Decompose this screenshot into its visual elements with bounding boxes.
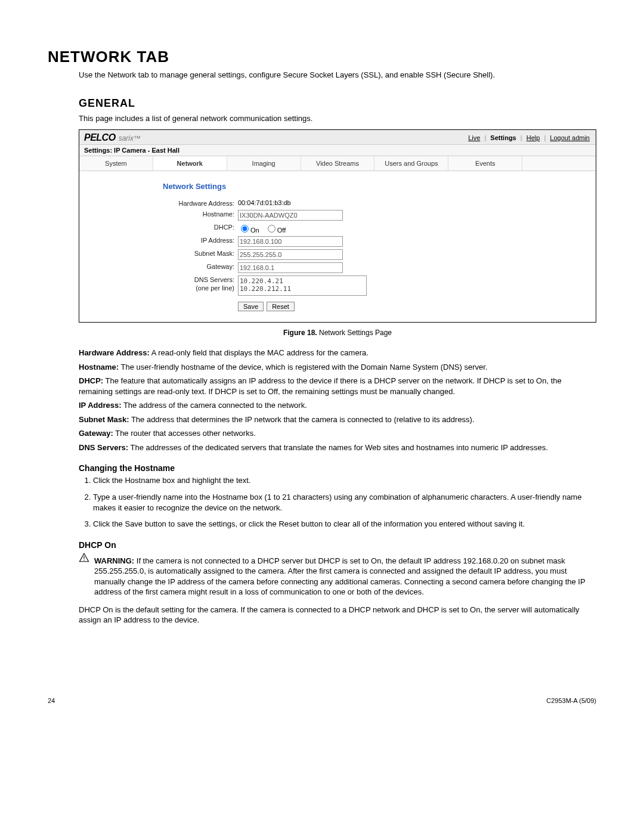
footer-doc-id: C2953M-A (5/09) <box>546 697 596 704</box>
list-item: Type a user-friendly name into the Hostn… <box>93 492 596 513</box>
warning-icon <box>79 552 89 565</box>
label-ip: IP Address: <box>163 236 238 244</box>
top-nav: Live | Settings | Help | Logout admin <box>467 134 591 141</box>
save-button[interactable]: Save <box>238 302 264 311</box>
warning-block: WARNING: If the camera is not connected … <box>79 552 596 601</box>
link-live[interactable]: Live <box>468 134 480 141</box>
figure-caption: Figure 18. Network Settings Page <box>79 329 596 337</box>
list-item: Click the Save button to save the settin… <box>93 519 596 529</box>
radio-dhcp-off[interactable] <box>268 225 275 233</box>
dhcp-on-heading: DHCP On <box>79 540 596 550</box>
tab-events[interactable]: Events <box>448 156 522 171</box>
screenshot-network-settings: PELCO sarix™ Live | Settings | Help | Lo… <box>79 129 596 323</box>
def-subnet: Subnet Mask: The address that determines… <box>79 414 596 425</box>
warning-text: WARNING: If the camera is not connected … <box>94 556 596 597</box>
def-dns: DNS Servers: The addresses of the dedica… <box>79 442 596 453</box>
radio-dhcp-on[interactable] <box>241 225 249 233</box>
label-hw-address: Hardware Address: <box>163 199 238 208</box>
page-footer: 24 C2953M-A (5/09) <box>48 697 596 704</box>
link-logout[interactable]: Logout admin <box>550 134 590 141</box>
tab-empty <box>522 156 596 171</box>
page-title: NETWORK TAB <box>48 48 596 66</box>
input-subnet[interactable] <box>238 249 343 260</box>
label-dhcp: DHCP: <box>163 223 238 231</box>
svg-point-1 <box>83 559 85 561</box>
list-item: Click the Hostname box and highlight the… <box>93 475 596 486</box>
input-gateway[interactable] <box>238 262 343 273</box>
hostname-steps: Click the Hostname box and highlight the… <box>89 475 596 529</box>
label-subnet: Subnet Mask: <box>163 249 238 258</box>
hostname-heading: Changing the Hostname <box>79 463 596 473</box>
tab-users-groups[interactable]: Users and Groups <box>374 156 448 171</box>
general-intro: This page includes a list of general net… <box>79 113 596 124</box>
brand-logo: PELCO <box>84 132 116 143</box>
value-hw-address: 00:04:7d:01:b3:db <box>238 199 291 206</box>
label-hostname: Hostname: <box>163 210 238 218</box>
def-ip: IP Address: The address of the camera co… <box>79 400 596 411</box>
label-gateway: Gateway: <box>163 262 238 271</box>
tab-bar: System Network Imaging Video Streams Use… <box>79 156 596 171</box>
reset-button[interactable]: Reset <box>267 302 295 311</box>
panel-title: Network Settings <box>163 182 596 191</box>
input-ip[interactable] <box>238 236 343 247</box>
brand-subtext: sarix™ <box>119 134 141 143</box>
def-gateway: Gateway: The router that accesses other … <box>79 428 596 439</box>
link-help[interactable]: Help <box>527 134 540 141</box>
def-dhcp: DHCP: The feature that automatically ass… <box>79 376 596 397</box>
def-hw: Hardware Address: A read-only field that… <box>79 348 596 358</box>
breadcrumb: Settings: IP Camera - East Hall <box>79 144 596 156</box>
intro-text: Use the Network tab to manage general se… <box>79 70 596 80</box>
input-hostname[interactable] <box>238 210 343 221</box>
label-dns: DNS Servers: (one per line) <box>163 275 238 292</box>
dhcp-paragraph: DHCP On is the default setting for the c… <box>79 605 596 625</box>
tab-video-streams[interactable]: Video Streams <box>301 156 375 171</box>
general-heading: GENERAL <box>79 97 596 110</box>
footer-page-number: 24 <box>48 697 55 704</box>
tab-imaging[interactable]: Imaging <box>227 156 301 171</box>
link-settings[interactable]: Settings <box>490 134 516 141</box>
tab-network[interactable]: Network <box>153 156 227 171</box>
input-dns[interactable]: 10.220.4.21 10.220.212.11 <box>238 275 367 296</box>
tab-system[interactable]: System <box>79 156 153 171</box>
def-hostname: Hostname: The user-friendly hostname of … <box>79 362 596 373</box>
